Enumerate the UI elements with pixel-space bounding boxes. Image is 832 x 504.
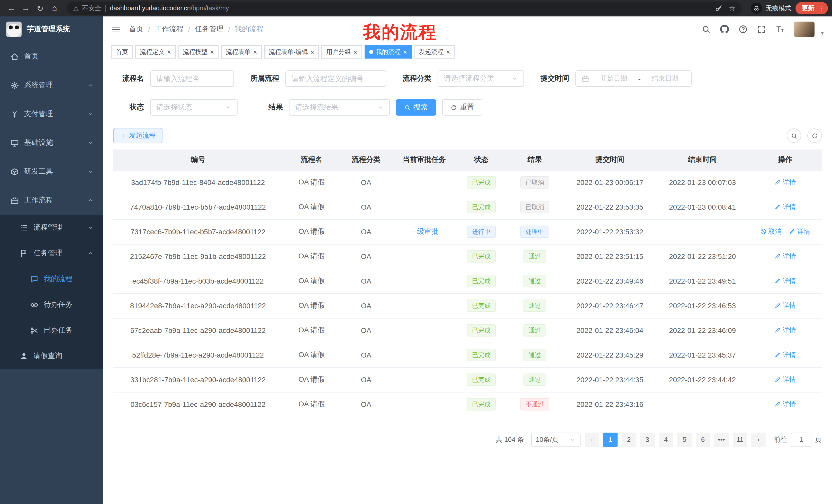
tab[interactable]: 流程定义 × — [135, 45, 176, 59]
app-logo[interactable]: 芋道管理系统 — [0, 17, 103, 42]
column-header: 结束时间 — [656, 149, 749, 170]
address-bar[interactable]: ⚠ 不安全 dashboard.yudao.iocoder.cn/bpm/tas… — [67, 2, 742, 15]
sidebar-item-workflow[interactable]: 工作流程 — [0, 186, 103, 215]
prev-page-button[interactable]: ‹ — [585, 432, 599, 447]
search-icon[interactable] — [702, 25, 711, 34]
breadcrumb-item[interactable]: 任务管理 — [195, 25, 224, 34]
chat-icon — [30, 275, 38, 283]
next-page-button[interactable]: › — [751, 432, 766, 447]
sidebar-item-leave-query[interactable]: 请假查询 — [0, 343, 103, 369]
page-size-select[interactable]: 10条/页 — [531, 432, 580, 447]
close-icon[interactable]: × — [446, 49, 450, 55]
detail-link[interactable]: 详情 — [774, 178, 796, 187]
result-select[interactable]: 请选择流结果 — [289, 99, 390, 116]
process-name-input[interactable] — [156, 75, 228, 83]
reset-button[interactable]: 重置 — [442, 99, 482, 116]
search-button-label: 搜索 — [413, 103, 428, 112]
process-category: OA — [361, 351, 371, 359]
browser-menu-icon[interactable]: ⋮ — [817, 4, 825, 12]
site-security-chip[interactable]: ⚠ 不安全 — [73, 4, 101, 12]
sidebar-item-task-management[interactable]: 任务管理 — [0, 241, 103, 266]
status-select[interactable]: 请选择状态 — [150, 99, 238, 116]
close-icon[interactable]: × — [403, 49, 407, 55]
fullscreen-icon[interactable] — [757, 25, 766, 34]
github-icon[interactable] — [720, 25, 729, 34]
tab[interactable]: 流程表单 × — [221, 45, 261, 59]
breadcrumb-item[interactable]: 工作流程 — [155, 25, 184, 34]
sidebar-item-dev-tools[interactable]: 研发工具 — [0, 157, 103, 186]
update-button[interactable]: 更新 ⋮ — [796, 2, 828, 15]
submit-time-range-picker[interactable]: 开始日期 - 结束日期 — [575, 71, 692, 87]
tab[interactable]: 流程模型 × — [178, 45, 218, 59]
reload-button[interactable]: ↻ — [33, 1, 47, 16]
sidebar-item-my-process[interactable]: 我的流程 — [0, 266, 103, 292]
detail-link[interactable]: 详情 — [774, 326, 796, 335]
status-badge: 已完成 — [467, 373, 496, 386]
page-button[interactable]: 6 — [696, 432, 710, 447]
detail-link[interactable]: 详情 — [774, 375, 796, 384]
sidebar-item-todo-tasks[interactable]: 待办任务 — [0, 292, 103, 317]
sidebar-toggle-icon[interactable] — [111, 24, 121, 34]
bookmark-star-icon[interactable]: ☆ — [729, 4, 735, 12]
page-button[interactable]: 11 — [733, 432, 747, 447]
detail-link[interactable]: 详情 — [774, 400, 796, 409]
toggle-search-button[interactable] — [787, 129, 801, 143]
close-icon[interactable]: × — [311, 49, 314, 55]
tab[interactable]: 用户分组 × — [322, 45, 362, 59]
sidebar-item-process-management[interactable]: 流程管理 — [0, 215, 103, 241]
tab[interactable]: 流程表单-编辑 × — [264, 45, 319, 59]
detail-link[interactable]: 详情 — [774, 351, 796, 360]
page-button[interactable]: ••• — [714, 432, 729, 447]
page-button[interactable]: 3 — [640, 432, 655, 447]
page-button[interactable]: 2 — [622, 432, 636, 447]
detail-link[interactable]: 详情 — [774, 252, 796, 261]
owner-process-input[interactable] — [291, 75, 380, 83]
category-select[interactable]: 请选择流程分类 — [438, 71, 524, 87]
sidebar-item-done-tasks[interactable]: 已办任务 — [0, 317, 103, 343]
font-size-icon[interactable] — [776, 25, 785, 34]
sidebar-item-home[interactable]: 首页 — [0, 42, 103, 71]
column-header: 结果 — [506, 149, 564, 170]
goto-page-input[interactable] — [791, 432, 811, 447]
process-category: OA — [361, 302, 371, 310]
help-icon[interactable] — [739, 25, 748, 34]
detail-link[interactable]: 详情 — [774, 202, 796, 212]
detail-link[interactable]: 详情 — [774, 276, 796, 286]
tab[interactable]: 首页 — [111, 45, 133, 59]
detail-link[interactable]: 详情 — [789, 227, 810, 236]
refresh-table-button[interactable] — [807, 129, 822, 143]
user-avatar[interactable] — [794, 22, 815, 37]
current-task-link[interactable]: 一级审批 — [410, 227, 439, 236]
detail-link[interactable]: 详情 — [774, 301, 796, 310]
cancel-link[interactable]: 取消 — [760, 227, 782, 236]
search-button[interactable]: 搜索 — [396, 99, 436, 116]
breadcrumb-separator: / — [228, 25, 230, 33]
range-separator: - — [638, 75, 641, 83]
start-process-button[interactable]: 发起流程 — [113, 128, 162, 143]
forward-button[interactable]: → — [19, 1, 33, 16]
search-icon — [404, 104, 411, 111]
close-icon[interactable]: × — [210, 49, 214, 55]
home-button[interactable]: ⌂ — [47, 1, 62, 16]
sidebar-item-payment-management[interactable]: 支付管理 — [0, 100, 103, 129]
password-key-icon[interactable] — [715, 4, 723, 12]
close-icon[interactable]: × — [253, 49, 257, 55]
caret-down-icon[interactable]: ▾ — [821, 30, 824, 36]
tab[interactable]: 我的流程 × — [365, 45, 412, 59]
task-management-submenu: 我的流程 待办任务 已办任务 — [0, 266, 103, 343]
page-button[interactable]: 4 — [659, 432, 673, 447]
back-button[interactable]: ← — [4, 1, 19, 16]
logo-image — [6, 22, 22, 37]
process-name: OA 请假 — [298, 276, 325, 285]
breadcrumb-item[interactable]: 首页 — [129, 25, 144, 34]
close-icon[interactable]: × — [354, 49, 357, 55]
page-button[interactable]: 1 — [603, 432, 618, 447]
tab[interactable]: 发起流程 × — [414, 45, 454, 59]
page-unit-label: 页 — [815, 435, 822, 444]
sidebar-item-system-management[interactable]: 系统管理 — [0, 71, 103, 100]
breadcrumb-item[interactable]: 我的流程 — [235, 25, 263, 34]
end-time: 2022-01-22 23:49:51 — [669, 277, 736, 285]
page-button[interactable]: 5 — [677, 432, 692, 447]
close-icon[interactable]: × — [167, 49, 171, 55]
sidebar-item-infrastructure[interactable]: 基础设施 — [0, 129, 103, 157]
